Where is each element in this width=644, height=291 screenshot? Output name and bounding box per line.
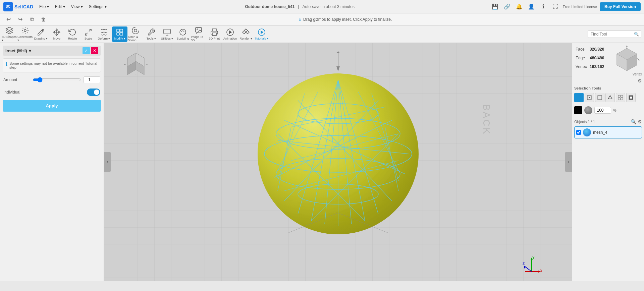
svg-marker-79 — [608, 96, 612, 99]
delete-button[interactable]: 🗑 — [39, 14, 49, 24]
license-text: Free Limited License — [563, 5, 597, 9]
stitch-scoop-tool[interactable]: Stitch & Scoop — [128, 26, 143, 42]
object-sphere-preview — [583, 128, 591, 136]
logo-icon: SC — [3, 2, 13, 11]
main-layout: Inset (M+I) ▾ ✓ ✕ ℹ Some settings may no… — [0, 43, 644, 281]
settings-row: ⚙ — [574, 78, 642, 83]
warning-text: Some settings may not be available in cu… — [9, 61, 98, 69]
copy-button[interactable]: ⧉ — [27, 14, 37, 24]
user-icon[interactable]: 👤 — [527, 2, 536, 11]
panel-title: Inset (M+I) ▾ — [5, 48, 31, 53]
settings-menu[interactable]: Settings ▾ — [86, 3, 109, 10]
autosave-text[interactable]: Auto-save in about 3 minutes — [303, 4, 355, 9]
action-bar: ↩ ↪ ⧉ 🗑 ℹ Drag gizmos to apply inset. Cl… — [0, 13, 644, 25]
svg-marker-65 — [524, 266, 526, 269]
objects-label-text: Objects 1 / 1 — [574, 120, 595, 124]
viewport-nav-right[interactable]: › — [565, 152, 572, 172]
object-item[interactable]: mesh_4 — [574, 126, 642, 138]
modify-tool[interactable]: Modify ▾ — [112, 26, 127, 42]
edit-menu[interactable]: Edit ▾ — [52, 3, 68, 10]
gizmo-svg — [333, 50, 343, 76]
share-icon[interactable]: 🔗 — [502, 2, 512, 11]
face-count: 320/320 — [590, 47, 604, 52]
confirm-button[interactable]: ✓ — [83, 47, 90, 54]
project-info: Outdoor dome house_541 | Auto-save in ab… — [113, 4, 487, 9]
vertex-select-btn[interactable] — [585, 93, 594, 102]
edge-select-btn[interactable] — [595, 93, 604, 102]
amount-slider[interactable] — [33, 77, 81, 82]
individual-toggle[interactable] — [87, 89, 100, 96]
3d-print-tool[interactable]: 3D Print — [207, 26, 222, 42]
apply-button[interactable]: Apply — [3, 100, 101, 112]
info-icon[interactable]: ℹ — [539, 2, 548, 11]
buy-button[interactable]: Buy Full Version — [600, 2, 641, 11]
fullscreen-icon[interactable]: ⛶ — [551, 2, 560, 11]
viewport[interactable]: BACK ↑ ← → — [104, 43, 572, 281]
tutorials-tool[interactable]: Tutorials ▾ — [254, 26, 269, 42]
svg-rect-8 — [164, 29, 170, 34]
invert-select-btn[interactable] — [626, 93, 636, 102]
svg-rect-82 — [618, 98, 620, 100]
back-text: BACK — [481, 104, 492, 135]
svg-line-50 — [278, 127, 291, 191]
svg-line-34 — [311, 80, 338, 221]
svg-rect-5 — [117, 33, 119, 35]
file-menu[interactable]: File ▾ — [37, 3, 52, 10]
color-row: % — [574, 106, 642, 114]
object-select-btn[interactable] — [605, 93, 615, 102]
undo-button[interactable]: ↩ — [3, 14, 13, 24]
svg-line-45 — [278, 94, 305, 181]
view-menu[interactable]: View ▾ — [68, 3, 86, 10]
find-tool-input[interactable] — [588, 31, 641, 38]
material-sphere-icon[interactable] — [584, 106, 592, 114]
viewport-nav-left[interactable]: ‹ — [104, 152, 111, 172]
vertex-label: Vertex — [576, 64, 587, 69]
objects-settings-icon[interactable]: ⚙ — [638, 119, 642, 124]
find-tool-search-icon[interactable]: 🔍 — [634, 32, 639, 37]
drawing-tool[interactable]: Drawing ▾ — [33, 26, 49, 42]
svg-rect-83 — [621, 98, 623, 100]
svg-rect-78 — [598, 96, 602, 100]
color-swatch[interactable] — [574, 106, 582, 114]
utilities-tool[interactable]: Utilities ▾ — [159, 26, 175, 42]
face-row: Face 320/320 — [576, 46, 604, 52]
project-name: Outdoor dome house_541 — [245, 4, 294, 9]
ground-plane-svg — [254, 206, 422, 233]
object-checkbox[interactable] — [576, 130, 581, 135]
3d-cube-preview[interactable]: Vertex — [612, 45, 642, 76]
deform-tool[interactable]: Deform ▾ — [96, 26, 112, 42]
svg-point-9 — [180, 29, 186, 35]
objects-search-icon[interactable]: 🔍 — [631, 119, 636, 124]
svg-rect-80 — [618, 95, 620, 97]
face-select-btn[interactable] — [574, 93, 584, 102]
cancel-button[interactable]: ✕ — [91, 47, 98, 54]
scale-tool[interactable]: Scale — [80, 26, 96, 42]
generators-tool[interactable]: Generators ▾ — [17, 26, 33, 42]
object-name: mesh_4 — [593, 130, 607, 135]
top-right-controls: 💾 🔗 🔔 👤 ℹ ⛶ Free Limited License Buy Ful… — [490, 2, 641, 11]
render-tool[interactable]: Render ▾ — [238, 26, 254, 42]
rotate-tool[interactable]: Rotate — [65, 26, 80, 42]
3d-shapes-tool[interactable]: 3D Shapes ▾ — [2, 26, 17, 42]
move-tool[interactable]: Move — [49, 26, 64, 42]
animation-tool[interactable]: Animation — [222, 26, 238, 42]
svg-point-11 — [197, 29, 198, 30]
svg-text:←: ← — [124, 63, 126, 66]
nav-cube-svg: ↑ ← → — [122, 51, 149, 78]
panel-settings-gear[interactable]: ⚙ — [638, 78, 642, 83]
panel-title-text: Inset (M+I) — [5, 48, 27, 53]
opacity-input[interactable] — [594, 107, 611, 114]
bell-icon[interactable]: 🔔 — [515, 2, 524, 11]
panel-dropdown-icon[interactable]: ▾ — [29, 48, 31, 53]
amount-input[interactable]: 1 — [84, 76, 100, 83]
tools-tool[interactable]: Tools ▾ — [144, 26, 159, 42]
sculpting-tool[interactable]: Sculpting — [175, 26, 191, 42]
redo-button[interactable]: ↪ — [15, 14, 25, 24]
image-to-3d-tool[interactable]: Image To 3D — [191, 26, 206, 42]
individual-label: Individual — [3, 90, 84, 95]
multi-select-btn[interactable] — [616, 93, 625, 102]
app-name: SelfCAD — [14, 4, 33, 9]
app-logo: SC SelfCAD — [3, 2, 33, 11]
save-icon[interactable]: 💾 — [490, 2, 500, 11]
nav-cube[interactable]: ↑ ← → — [122, 51, 149, 78]
